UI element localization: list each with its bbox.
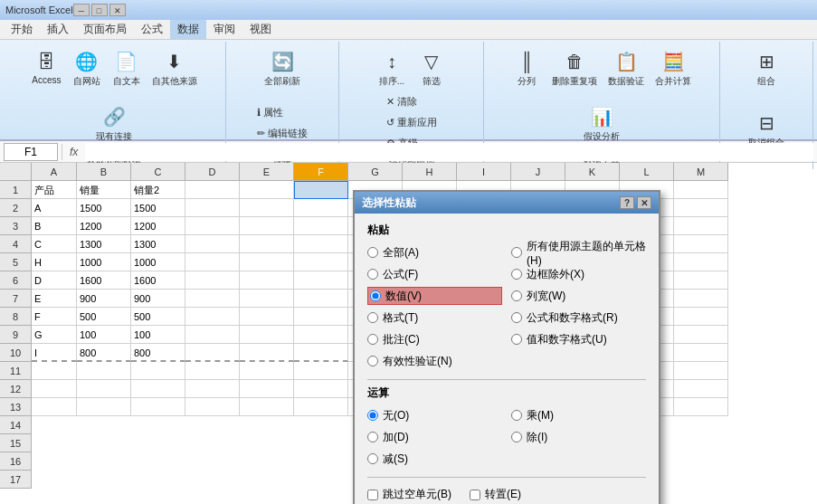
sort-btn[interactable]: ↕ 排序...	[373, 45, 411, 90]
cell-m2[interactable]	[674, 199, 728, 217]
cell-f12[interactable]	[294, 380, 348, 398]
cell-b8[interactable]: 500	[77, 308, 131, 326]
cell-e2[interactable]	[240, 199, 294, 217]
minimize-btn[interactable]: ─	[73, 4, 90, 16]
cell-e11[interactable]	[240, 362, 294, 380]
cell-c9[interactable]: 100	[131, 326, 185, 344]
paste-all-radio[interactable]	[367, 247, 378, 258]
cell-f1[interactable]	[294, 181, 348, 199]
paste-theme-radio[interactable]	[511, 247, 522, 258]
cell-m9[interactable]	[674, 326, 728, 344]
op-subtract-radio[interactable]	[367, 453, 378, 464]
other-src-btn[interactable]: ⬇ 自其他来源	[147, 45, 202, 90]
op-divide-radio[interactable]	[511, 432, 522, 442]
cell-m1[interactable]	[674, 181, 728, 199]
cell-b11[interactable]	[77, 362, 131, 380]
cell-c5[interactable]: 1000	[131, 253, 185, 271]
cell-d8[interactable]	[185, 308, 240, 326]
cell-b5[interactable]: 1000	[77, 253, 131, 271]
menu-formula[interactable]: 公式	[134, 20, 170, 39]
row-header-1[interactable]: 1	[0, 181, 32, 199]
cell-d10[interactable]	[185, 344, 240, 362]
dialog-close-btn[interactable]: ✕	[637, 196, 651, 209]
cell-c12[interactable]	[131, 380, 185, 398]
col-header-d[interactable]: D	[185, 163, 240, 181]
paste-comments-radio[interactable]	[367, 334, 378, 345]
menu-start[interactable]: 开始	[4, 20, 40, 39]
col-header-i[interactable]: I	[457, 163, 511, 181]
col-header-c[interactable]: C	[131, 163, 185, 181]
text-btn[interactable]: 📄 自文本	[108, 45, 146, 90]
cell-d5[interactable]	[185, 253, 240, 271]
row-header-11[interactable]: 11	[0, 362, 32, 380]
cell-d1[interactable]	[185, 181, 240, 199]
access-btn[interactable]: 🗄 Access	[27, 45, 65, 88]
paste-formula-radio[interactable]	[367, 269, 378, 280]
cell-f10[interactable]	[294, 344, 348, 362]
row-header-9[interactable]: 9	[0, 326, 32, 344]
row-header-17[interactable]: 17	[0, 471, 32, 489]
cell-c7[interactable]: 900	[131, 290, 185, 308]
cell-a6[interactable]: D	[32, 271, 77, 290]
cell-a13[interactable]	[32, 398, 77, 416]
edit-links-btn[interactable]: ✏ 编辑链接	[252, 124, 312, 143]
cell-a5[interactable]: H	[32, 253, 77, 271]
cell-a3[interactable]: B	[32, 217, 77, 235]
cell-d6[interactable]	[185, 271, 240, 290]
cell-c13[interactable]	[131, 398, 185, 416]
cell-f6[interactable]	[294, 271, 348, 290]
cell-c8[interactable]: 500	[131, 308, 185, 326]
row-header-5[interactable]: 5	[0, 253, 32, 271]
col-header-e[interactable]: E	[240, 163, 294, 181]
cell-c1[interactable]: 销量2	[131, 181, 185, 199]
cell-a9[interactable]: G	[32, 326, 77, 344]
cell-f3[interactable]	[294, 217, 348, 235]
row-header-12[interactable]: 12	[0, 380, 32, 398]
cell-m13[interactable]	[674, 398, 728, 416]
menu-review[interactable]: 审阅	[206, 20, 242, 39]
cell-a4[interactable]: C	[32, 235, 77, 253]
cell-d4[interactable]	[185, 235, 240, 253]
maximize-btn[interactable]: □	[91, 4, 108, 16]
col-header-m[interactable]: M	[674, 163, 728, 181]
cell-c6[interactable]: 1600	[131, 271, 185, 290]
cell-e8[interactable]	[240, 308, 294, 326]
paste-width-radio[interactable]	[511, 290, 522, 301]
cell-f4[interactable]	[294, 235, 348, 253]
clear-btn[interactable]: ✕ 清除	[382, 92, 442, 111]
formula-input[interactable]	[85, 143, 813, 161]
paste-validation-radio[interactable]	[367, 356, 378, 366]
menu-layout[interactable]: 页面布局	[76, 20, 134, 39]
col-header-b[interactable]: B	[77, 163, 131, 181]
cell-e3[interactable]	[240, 217, 294, 235]
cell-b9[interactable]: 100	[77, 326, 131, 344]
existing-conn-btn[interactable]: 🔗 现有连接	[91, 100, 137, 146]
cell-e12[interactable]	[240, 380, 294, 398]
cell-e10[interactable]	[240, 344, 294, 362]
cell-f8[interactable]	[294, 308, 348, 326]
cell-e13[interactable]	[240, 398, 294, 416]
reapply-btn[interactable]: ↺ 重新应用	[382, 113, 442, 132]
row-header-6[interactable]: 6	[0, 271, 32, 290]
col-header-j[interactable]: J	[511, 163, 565, 181]
paste-formats-radio[interactable]	[367, 312, 378, 323]
cell-m10[interactable]	[674, 344, 728, 362]
cell-a2[interactable]: A	[32, 199, 77, 217]
row-header-7[interactable]: 7	[0, 290, 32, 308]
paste-special-dialog[interactable]: 选择性粘贴 ? ✕ 粘贴 全部(A)	[353, 190, 660, 504]
dialog-help-btn[interactable]: ?	[620, 196, 634, 209]
row-header-10[interactable]: 10	[0, 344, 32, 362]
cell-c2[interactable]: 1500	[131, 199, 185, 217]
row-header-4[interactable]: 4	[0, 235, 32, 253]
cell-e9[interactable]	[240, 326, 294, 344]
cell-m7[interactable]	[674, 290, 728, 308]
row-header-13[interactable]: 13	[0, 398, 32, 416]
consolidate-btn[interactable]: 🧮 合并计算	[651, 45, 696, 90]
cell-f2[interactable]	[294, 199, 348, 217]
cell-f5[interactable]	[294, 253, 348, 271]
cell-e7[interactable]	[240, 290, 294, 308]
cell-m11[interactable]	[674, 362, 728, 380]
row-header-3[interactable]: 3	[0, 217, 32, 235]
properties-btn[interactable]: ℹ 属性	[252, 103, 312, 122]
menu-insert[interactable]: 插入	[40, 20, 76, 39]
